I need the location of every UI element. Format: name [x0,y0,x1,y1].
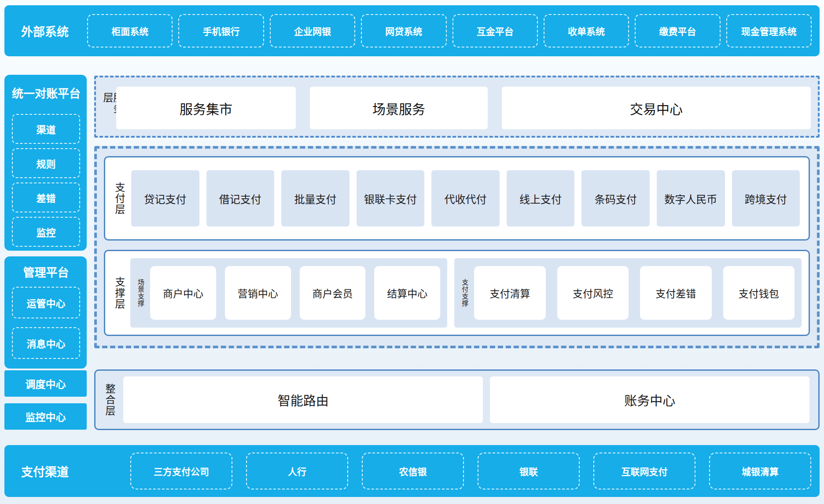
core-layers-container: 支付层 贷记支付 借记支付 批量支付 银联卡支付 代收代付 线上支付 条码支付 … [94,146,820,348]
payment-channel-item: 人行 [246,453,348,489]
payment-item: 借记支付 [206,170,275,226]
payment-support-item: 支付钱包 [723,266,795,320]
payment-channel-item: 城银清算 [709,453,811,489]
external-system-item: 企业网银 [270,14,355,47]
external-systems-title: 外部系统 [21,22,69,40]
service-layer-item: 交易中心 [502,87,811,129]
payment-channel-item: 互联网支付 [593,453,695,489]
payment-item: 条码支付 [581,170,650,226]
payment-channels-title: 支付渠道 [21,463,69,480]
scene-support-panel: 场景支撑 商户中心 营销中心 商户会员 结算中心 [130,258,447,328]
payment-support-item: 支付差错 [640,266,711,320]
integration-layer-label: 整合层 [104,383,114,416]
management-item: 消息中心 [12,327,80,359]
service-layer: 服务层 服务集市 场景服务 交易中心 [94,76,820,138]
reconciliation-item: 规则 [12,148,80,178]
scene-support-item: 商户中心 [150,266,216,320]
management-item: 运管中心 [12,287,80,318]
payment-support-label: 支付支撑 [461,279,468,307]
payment-item: 代收代付 [431,170,500,226]
payment-item: 数字人民币 [657,170,725,226]
payment-support-item: 支付清算 [474,266,545,320]
scheduling-center-block: 调度中心 [4,370,87,397]
reconciliation-item: 渠道 [12,114,80,144]
management-items: 运管中心 消息中心 [12,287,80,359]
external-system-item: 缴费平台 [635,14,720,47]
integration-layer-items: 智能路由 账务中心 [123,376,809,423]
scene-support-item: 商户会员 [300,266,366,320]
external-system-item: 网贷系统 [361,14,446,47]
reconciliation-item: 差错 [12,183,80,212]
payment-support-items: 支付清算 支付风控 支付差错 支付钱包 [474,266,795,320]
payment-channel-item: 银联 [478,453,580,489]
payment-channel-item: 三方支付公司 [130,453,232,489]
management-platform-title: 管理平台 [12,263,80,280]
reconciliation-platform-title: 统一对账平台 [12,84,80,101]
scene-support-item: 营销中心 [225,266,291,320]
external-system-item: 柜面系统 [87,14,173,47]
monitoring-center-block: 监控中心 [4,403,87,430]
integration-layer: 整合层 智能路由 账务中心 [94,369,820,430]
payment-support-panel: 支付支撑 支付清算 支付风控 支付差错 支付钱包 [454,258,802,328]
scene-support-items: 商户中心 营销中心 商户会员 结算中心 [150,266,440,320]
payment-architecture-diagram: 外部系统 柜面系统 手机银行 企业网银 网贷系统 互金平台 收单系统 缴费平台 … [0,0,824,504]
payment-layer: 支付层 贷记支付 借记支付 批量支付 银联卡支付 代收代付 线上支付 条码支付 … [104,156,810,241]
management-platform-panel: 管理平台 运管中心 消息中心 [4,256,87,369]
payment-item: 贷记支付 [131,170,199,226]
payment-item: 线上支付 [507,170,575,226]
payment-support-item: 支付风控 [557,266,629,320]
payment-channels-items: 三方支付公司 人行 农信银 银联 互联网支付 城银清算 [130,453,811,489]
payment-channels-banner: 支付渠道 三方支付公司 人行 农信银 银联 互联网支付 城银清算 [4,445,820,497]
payment-item: 跨境支付 [732,170,800,226]
reconciliation-item: 监控 [12,217,80,247]
external-system-item: 手机银行 [178,14,264,47]
external-system-item: 收单系统 [544,14,629,47]
service-layer-item: 服务集市 [116,87,296,129]
support-layer-label: 支撑层 [114,277,124,310]
payment-layer-label: 支付层 [114,182,124,215]
support-layer-panels: 场景支撑 商户中心 营销中心 商户会员 结算中心 支付支撑 支付清算 支付风控 … [130,258,802,328]
service-layer-item: 场景服务 [310,87,488,129]
integration-item: 智能路由 [123,376,483,423]
external-systems-items: 柜面系统 手机银行 企业网银 网贷系统 互金平台 收单系统 缴费平台 现金管理系… [87,14,812,47]
scene-support-item: 结算中心 [374,266,440,320]
reconciliation-platform-panel: 统一对账平台 渠道 规则 差错 监控 [4,75,87,251]
external-systems-banner: 外部系统 柜面系统 手机银行 企业网银 网贷系统 互金平台 收单系统 缴费平台 … [4,5,820,56]
payment-item: 银联卡支付 [357,170,425,226]
payment-item: 批量支付 [281,170,349,226]
integration-item: 账务中心 [490,376,809,423]
external-system-item: 现金管理系统 [726,14,812,47]
scene-support-label: 场景支撑 [137,279,144,307]
external-system-item: 互金平台 [452,14,538,47]
support-layer: 支撑层 场景支撑 商户中心 营销中心 商户会员 结算中心 支付支撑 支付清算 支… [104,250,810,336]
payment-channel-item: 农信银 [362,453,464,489]
reconciliation-items: 渠道 规则 差错 监控 [12,114,80,247]
payment-layer-items: 贷记支付 借记支付 批量支付 银联卡支付 代收代付 线上支付 条码支付 数字人民… [131,170,800,226]
